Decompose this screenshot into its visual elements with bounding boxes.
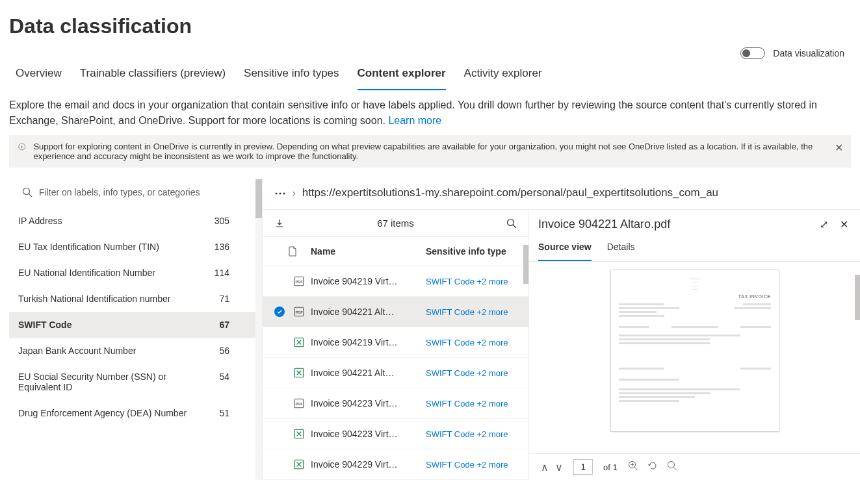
page-total: of 1	[603, 462, 618, 472]
item-row[interactable]: PDFInvoice 904223 Virt…SWIFT Code +2 mor…	[263, 388, 528, 419]
column-name[interactable]: Name	[311, 246, 426, 257]
tab-content-explorer[interactable]: Content explorer	[358, 60, 446, 90]
category-label: EU Social Security Number (SSN) or Equiv…	[18, 372, 187, 392]
close-banner-icon[interactable]: ✕	[835, 142, 843, 154]
category-list: IP Address305EU Tax Identification Numbe…	[9, 208, 262, 480]
category-row[interactable]: IP Address305	[9, 208, 262, 234]
category-row[interactable]: EU National Identification Number114	[9, 260, 262, 286]
zoom-out-icon[interactable]	[667, 460, 677, 473]
preview-tab-source-view[interactable]: Source view	[538, 236, 592, 261]
item-row[interactable]: PDFInvoice 904219 Virt…SWIFT Code +2 mor…	[263, 266, 528, 297]
item-name: Invoice 904223 Virt…	[311, 429, 426, 439]
document-preview: —————————— TAX INVOICE	[529, 262, 860, 453]
item-row[interactable]: PDFInvoice 904221 Alt…SWIFT Code +2 more	[263, 297, 528, 327]
preview-tab-details[interactable]: Details	[607, 236, 635, 261]
item-name: Invoice 904221 Alt…	[311, 368, 426, 378]
file-icon-column-header	[274, 246, 311, 257]
description: Explore the email and docs in your organ…	[0, 91, 860, 135]
category-row[interactable]: EU Tax Identification Number (TIN)136	[9, 234, 262, 260]
category-count: 305	[215, 216, 229, 226]
left-scrollbar[interactable]	[255, 179, 262, 480]
zoom-in-icon[interactable]	[628, 460, 638, 473]
item-sensitive-type[interactable]: SWIFT Code +2 more	[426, 429, 517, 439]
category-label: Turkish National Identification number	[18, 294, 171, 304]
category-row[interactable]: SWIFT Code67	[9, 312, 262, 338]
svg-point-3	[23, 188, 30, 195]
xlsx-icon	[287, 367, 311, 379]
item-row[interactable]: Invoice 904221 Alt…SWIFT Code +2 more	[263, 358, 528, 388]
breadcrumb-url[interactable]: https://expertitsolutions1-my.sharepoint…	[302, 186, 718, 199]
category-row[interactable]: Drug Enforcement Agency (DEA) Number51	[9, 400, 262, 426]
tab-activity-explorer[interactable]: Activity explorer	[464, 60, 542, 90]
category-count: 54	[219, 372, 229, 382]
item-name: Invoice 904221 Alt…	[311, 307, 426, 317]
info-icon	[18, 142, 25, 152]
svg-point-1	[21, 145, 22, 145]
pdf-toolbar: ∧ ∨ of 1	[529, 453, 860, 480]
item-row[interactable]: Invoice 904229 Virt…SWIFT Code +2 more	[263, 449, 528, 480]
item-sensitive-type[interactable]: SWIFT Code +2 more	[426, 399, 517, 409]
preview-tabs: Source viewDetails	[529, 234, 860, 262]
tab-overview[interactable]: Overview	[16, 60, 62, 90]
category-row[interactable]: EU Social Security Number (SSN) or Equiv…	[9, 364, 262, 400]
category-row[interactable]: Japan Bank Account Number56	[9, 338, 262, 364]
items-scrollbar[interactable]	[523, 245, 528, 284]
tabs: OverviewTrainable classifiers (preview)S…	[0, 60, 860, 91]
svg-rect-2	[21, 146, 22, 149]
search-items-icon[interactable]	[506, 218, 517, 229]
close-preview-icon[interactable]: ✕	[840, 218, 848, 231]
pdf-icon: PDF	[287, 275, 311, 287]
item-name: Invoice 904223 Virt…	[311, 398, 426, 409]
svg-point-5	[507, 219, 514, 225]
expand-icon[interactable]: ⤢	[820, 218, 828, 231]
item-row[interactable]: Invoice 904219 Virt…SWIFT Code +2 more	[263, 327, 528, 358]
tab-sensitive-info-types[interactable]: Sensitive info types	[244, 60, 339, 90]
item-name: Invoice 904219 Virt…	[311, 276, 426, 286]
preview-panel: Invoice 904221 Altaro.pdf ⤢ ✕ Source vie…	[529, 210, 860, 480]
item-sensitive-type[interactable]: SWIFT Code +2 more	[426, 277, 517, 286]
xlsx-icon	[287, 428, 311, 440]
next-page-icon[interactable]: ∨	[555, 461, 563, 473]
category-label: EU National Identification Number	[18, 268, 155, 278]
learn-more-link[interactable]: Learn more	[388, 115, 441, 126]
category-count: 51	[219, 408, 229, 418]
download-icon[interactable]	[274, 218, 285, 229]
page-number-input[interactable]	[573, 459, 593, 475]
item-sensitive-type[interactable]: SWIFT Code +2 more	[426, 460, 517, 470]
svg-line-22	[673, 468, 677, 471]
category-count: 56	[219, 346, 229, 356]
item-sensitive-type[interactable]: SWIFT Code +2 more	[426, 307, 517, 317]
search-icon	[22, 187, 33, 197]
toggle-label: Data visualization	[773, 48, 844, 58]
category-label: Japan Bank Account Number	[18, 346, 136, 356]
tab-trainable-classifiers-preview-[interactable]: Trainable classifiers (preview)	[80, 60, 226, 90]
page-title: Data classification	[0, 0, 860, 49]
items-panel: 67 items Name Sensitive info type PDFInv…	[263, 210, 529, 480]
info-banner: Support for exploring content in OneDriv…	[9, 135, 851, 168]
right-panel: ⋯ › https://expertitsolutions1-my.sharep…	[263, 179, 860, 480]
category-count: 67	[219, 320, 229, 330]
breadcrumb-more-icon[interactable]: ⋯	[274, 186, 286, 200]
prev-page-icon[interactable]: ∧	[541, 461, 549, 473]
pdf-icon: PDF	[287, 306, 311, 318]
item-select[interactable]	[274, 307, 287, 317]
rotate-icon[interactable]	[647, 460, 658, 473]
data-visualization-toggle[interactable]	[740, 47, 765, 59]
svg-text:PDF: PDF	[295, 310, 303, 314]
category-row[interactable]: Turkish National Identification number71	[9, 286, 262, 312]
category-count: 71	[219, 294, 229, 304]
category-label: Drug Enforcement Agency (DEA) Number	[18, 408, 187, 418]
xlsx-icon	[287, 459, 311, 470]
xlsx-icon	[287, 336, 311, 348]
item-row[interactable]: Invoice 904223 Virt…SWIFT Code +2 more	[263, 419, 528, 449]
svg-point-21	[668, 462, 674, 468]
svg-text:PDF: PDF	[295, 402, 303, 406]
item-sensitive-type[interactable]: SWIFT Code +2 more	[426, 368, 517, 378]
svg-text:PDF: PDF	[295, 280, 303, 284]
column-type[interactable]: Sensitive info type	[426, 246, 517, 257]
category-label: EU Tax Identification Number (TIN)	[18, 242, 159, 252]
filter-input[interactable]: Filter on labels, info types, or categor…	[9, 179, 262, 208]
item-sensitive-type[interactable]: SWIFT Code +2 more	[426, 338, 517, 347]
preview-scrollbar[interactable]	[855, 275, 860, 320]
items-count: 67 items	[377, 218, 414, 229]
